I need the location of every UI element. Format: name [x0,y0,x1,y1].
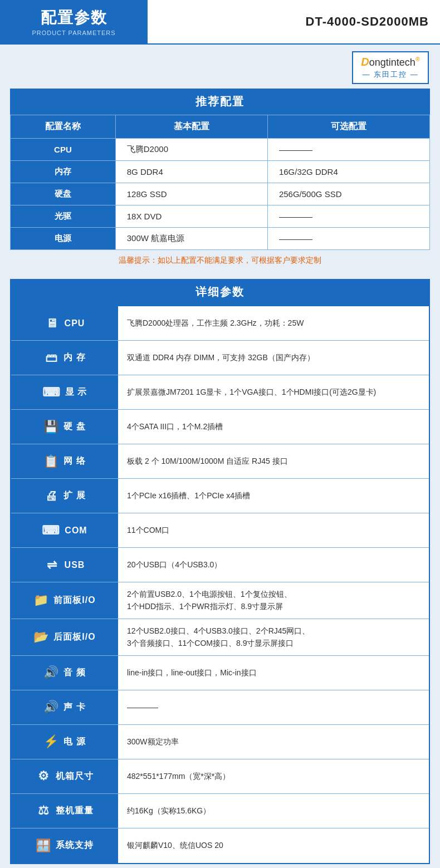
rec-table-row: 硬盘128G SSD256G/500G SSD [11,183,430,205]
warm-tip: 温馨提示：如以上配置不能满足要求，可根据客户要求定制 [10,250,430,271]
detail-row: ⌨COM11个COM口 [11,513,429,548]
rec-row-basic: 18X DVD [115,205,267,228]
rec-table-header-row: 配置名称 基本配置 可选配置 [11,115,430,139]
detail-value: 482*551*177mm（宽*深*高） [118,759,429,793]
detail-row: ⚙机箱尺寸482*551*177mm（宽*深*高） [11,759,429,794]
model-number: DT-4000-SD2000MB [306,14,429,29]
detail-label-text: COM [65,526,87,536]
detail-row: 🔊音 频line-in接口，line-out接口，Mic-in接口 [11,656,429,690]
detail-row: ⚖整机重量约16Kg（实称15.6KG） [11,794,429,828]
page-title-en: PRODUCT PARAMETERS [32,30,115,36]
detail-icon: 🪟 [36,838,51,853]
rec-table-row: 内存8G DDR416G/32G DDR4 [11,161,430,183]
brand-sub: — 东田工控 — [363,70,419,80]
detail-label-text: 后面板I/O [53,631,95,643]
recommended-table: 配置名称 基本配置 可选配置 CPU飞腾D2000————内存8G DDR416… [10,115,430,250]
header-model-area: DT-4000-SD2000MB [148,0,440,43]
detail-row: 📁前面板I/O2个前置USB2.0、1个电源按钮、1个复位按钮、 1个HDD指示… [11,582,429,619]
detail-value: 板载 2 个 10M/100M/1000M 自适应 RJ45 接口 [118,444,429,478]
detail-value: 约16Kg（实称15.6KG） [118,794,429,828]
detail-value: ———— [118,690,429,724]
detail-label-text: 扩 展 [63,490,85,502]
detail-label: ⚙机箱尺寸 [11,759,118,793]
rec-row-optional: ———— [267,139,429,161]
detail-label-text: 声 卡 [63,702,85,713]
detail-label: ⌨COM [11,513,118,547]
detail-value: 12个USB2.0接口、4个USB3.0接口、2个RJ45网口、 3个音频接口、… [118,619,429,655]
detail-icon: ⇌ [45,558,60,572]
detail-row: ⌨显 示扩展景嘉微JM7201 1G显卡，1个VGA接口、1个HDMI接口(可选… [11,375,429,410]
detail-value: 银河麒麟V10、统信UOS 20 [118,828,429,863]
detail-value: 300W额定功率 [118,725,429,759]
detail-label: 📁前面板I/O [11,582,118,619]
detail-row: 📋网 络板载 2 个 10M/100M/1000M 自适应 RJ45 接口 [11,444,429,479]
detail-value: 4个SATA III口，1个M.2插槽 [118,410,429,444]
page-header: 配置参数 PRODUCT PARAMETERS DT-4000-SD2000MB [0,0,440,45]
rec-row-optional: 256G/500G SSD [267,183,429,205]
detail-icon: ⚖ [36,803,51,818]
detail-label: 📋网 络 [11,444,118,478]
rec-row-optional: ———— [267,228,429,250]
detail-icon: ⌨ [42,385,61,400]
rec-row-basic: 飞腾D2000 [115,139,267,161]
detail-icon: 🔊 [43,700,59,714]
rec-table-row: 电源300W 航嘉电源———— [11,228,430,250]
rec-row-optional: 16G/32G DDR4 [267,161,429,183]
detail-label-text: 机箱尺寸 [56,771,94,782]
detail-label-text: 音 频 [63,667,85,679]
detail-value: 双通道 DDR4 内存 DIMM，可支持 32GB（国产内存） [118,341,429,375]
detail-row: ⇌USB20个USB口（4个USB3.0） [11,548,429,582]
detail-value: 11个COM口 [118,513,429,547]
rec-table-row: 光驱18X DVD———— [11,205,430,228]
detail-section: 详细参数 🖥CPU飞腾D2000处理器，工作主频 2.3GHz，功耗：25W🗃内… [10,279,430,864]
detail-label: ⚡电 源 [11,725,118,759]
detail-label-text: 显 示 [65,386,87,398]
registered-mark: ® [415,56,420,62]
detail-value: line-in接口，line-out接口，Mic-in接口 [118,656,429,690]
page-title-cn: 配置参数 [41,7,107,28]
brand-name-d: D [361,56,369,68]
detail-label: ⚖整机重量 [11,794,118,828]
detail-row: 🖨扩 展1个PCIe x16插槽、1个PCIe x4插槽 [11,479,429,513]
detail-label: 🖨扩 展 [11,479,118,513]
detail-icon: 🖥 [45,316,60,331]
detail-value: 1个PCIe x16插槽、1个PCIe x4插槽 [118,479,429,513]
detail-table: 🖥CPU飞腾D2000处理器，工作主频 2.3GHz，功耗：25W🗃内 存双通道… [10,305,430,864]
detail-label: 🗃内 存 [11,341,118,375]
detail-row: 💾硬 盘4个SATA III口，1个M.2插槽 [11,410,429,444]
detail-label-text: 系统支持 [56,840,94,851]
col-header-name: 配置名称 [11,115,116,139]
detail-row: 🪟系统支持银河麒麟V10、统信UOS 20 [11,828,429,863]
detail-row: 📂后面板I/O12个USB2.0接口、4个USB3.0接口、2个RJ45网口、 … [11,619,429,656]
detail-icon: ⚡ [43,734,59,749]
detail-row: 🗃内 存双通道 DDR4 内存 DIMM，可支持 32GB（国产内存） [11,341,429,375]
rec-row-name: CPU [11,139,116,161]
main-content: 推荐配置 配置名称 基本配置 可选配置 CPU飞腾D2000————内存8G D… [0,89,440,868]
brand-name: Dongtintech® [361,56,420,68]
detail-value: 飞腾D2000处理器，工作主频 2.3GHz，功耗：25W [118,306,429,340]
header-title-block: 配置参数 PRODUCT PARAMETERS [0,0,148,43]
rec-row-name: 内存 [11,161,116,183]
detail-label: 🔊声 卡 [11,690,118,724]
rec-row-name: 硬盘 [11,183,116,205]
detail-label: ⌨显 示 [11,375,118,409]
detail-icon: 📋 [43,454,59,469]
rec-row-basic: 300W 航嘉电源 [115,228,267,250]
detail-label: ⇌USB [11,548,118,582]
detail-label-text: CPU [65,318,85,328]
detail-icon: 🗃 [43,351,59,365]
rec-table-row: CPU飞腾D2000———— [11,139,430,161]
detail-label-text: 电 源 [63,736,85,748]
detail-icon: 🔊 [43,665,59,680]
rec-row-optional: ———— [267,205,429,228]
brand-logo: Dongtintech® — 东田工控 — [352,51,429,84]
detail-icon: ⚙ [36,769,51,783]
detail-value: 2个前置USB2.0、1个电源按钮、1个复位按钮、 1个HDD指示、1个PWR指… [118,582,429,619]
detail-label-text: 前面板I/O [53,595,95,606]
detail-icon: 📁 [33,593,49,607]
detail-row: 🔊声 卡———— [11,690,429,725]
detail-section-header: 详细参数 [10,279,430,305]
rec-row-basic: 128G SSD [115,183,267,205]
detail-icon: 🖨 [43,489,59,503]
detail-value: 扩展景嘉微JM7201 1G显卡，1个VGA接口、1个HDMI接口(可选2G显卡… [118,375,429,409]
